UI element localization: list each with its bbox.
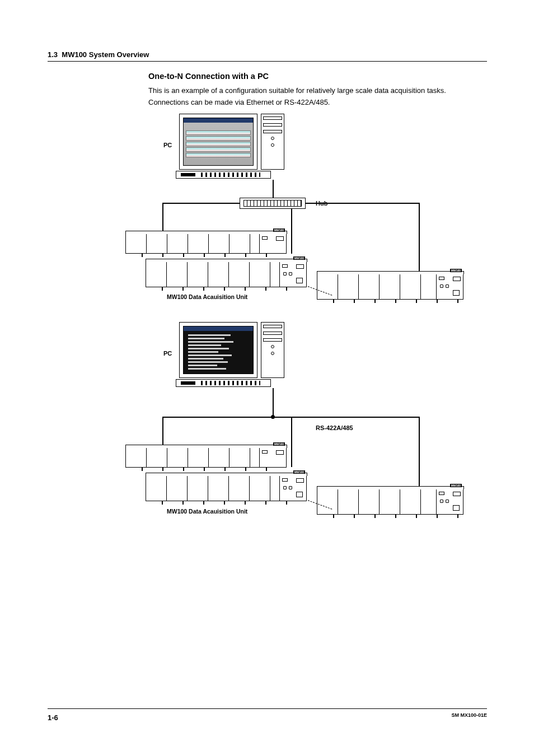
unit-caption-bottom: MW100 Data Acauisition Unit — [167, 508, 247, 515]
mw100-unit: MW100 — [317, 489, 463, 515]
section-number: 1.3 — [48, 50, 58, 59]
pc-label-bottom: PC — [163, 350, 172, 357]
header-rule — [48, 61, 487, 62]
unit-caption-top: MW100 Data Acauisition Unit — [167, 293, 247, 300]
hub-label: Hub — [316, 200, 327, 207]
pc-tower-top — [261, 114, 284, 170]
page-number: 1-6 — [48, 713, 58, 722]
section-header: 1.3 MW100 System Overview — [48, 50, 487, 61]
doc-id: SM MX100-01E — [451, 712, 487, 718]
pc-tower-bottom — [261, 322, 284, 378]
connection-diagram: PC — [123, 109, 470, 546]
subsection-heading: One-to-N Connection with a PC — [148, 72, 487, 81]
mw100-unit: MW100 — [125, 447, 287, 468]
pc-label-top: PC — [163, 142, 172, 148]
page-footer: 1-6 SM MX100-01E — [48, 708, 487, 722]
body-paragraph: This is an example of a configuration su… — [148, 85, 487, 109]
pc-bottom — [179, 322, 257, 387]
mw100-unit: MW100 — [146, 262, 307, 287]
pc-top — [179, 114, 257, 179]
hub-device — [240, 198, 306, 209]
mw100-unit: MW100 — [125, 234, 287, 254]
serial-bus-label: RS-422A/485 — [316, 424, 353, 431]
mw100-unit: MW100 — [146, 475, 307, 501]
section-title: MW100 System Overview — [62, 50, 149, 59]
mw100-unit: MW100 — [317, 274, 463, 300]
